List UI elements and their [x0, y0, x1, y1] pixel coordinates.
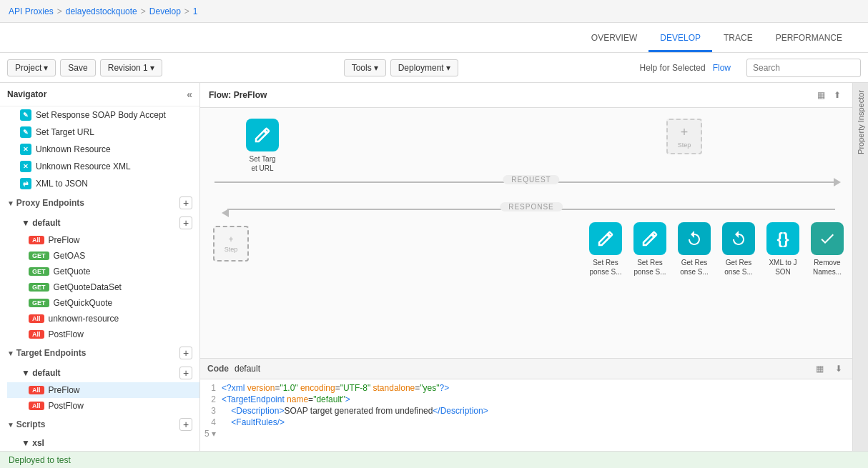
- chevron-down-icon: ▾: [374, 63, 378, 73]
- code-label: Code: [207, 364, 229, 374]
- chevron-down-icon: ▾: [150, 63, 154, 73]
- response-step-1[interactable]: Set Response S...: [633, 222, 666, 277]
- target-flow-postflow[interactable]: All PostFlow: [7, 398, 199, 414]
- revision-button[interactable]: Revision 1 ▾: [100, 59, 162, 76]
- status-bar: Deployed to test: [0, 451, 868, 468]
- line-number: 1: [200, 383, 222, 393]
- add-target-endpoint-btn[interactable]: +: [179, 347, 192, 359]
- chevron-down-icon: ▾: [446, 63, 450, 73]
- policy-icon: ✕: [20, 161, 31, 172]
- flow-unknown-resource[interactable]: All unknown-resource: [7, 311, 199, 327]
- policy-set-target-url[interactable]: ✎ Set Target URL: [0, 124, 199, 141]
- navigator-header: Navigator «: [0, 83, 199, 106]
- response-step-5[interactable]: RemoveNames...: [811, 222, 844, 277]
- line-content: <TargetEndpoint name="default">: [222, 394, 350, 404]
- deployment-button[interactable]: Deployment ▾: [390, 59, 458, 76]
- flow-getquotedataset[interactable]: GET GetQuoteDataSet: [7, 279, 199, 295]
- breadcrumb-proxy-name[interactable]: delayedstockquote: [66, 6, 137, 16]
- navigator: Navigator « ✎ Set Response SOAP Body Acc…: [0, 83, 200, 451]
- navigator-collapse-btn[interactable]: «: [187, 89, 192, 100]
- help-text: Help for Selected: [640, 63, 706, 73]
- policy-unknown-resource-xml[interactable]: ✕ Unknown Resource XML: [0, 158, 199, 175]
- badge-get: GET: [29, 267, 49, 276]
- nav-tabs: OVERVIEW DEVELOP TRACE PERFORMANCE: [0, 23, 868, 53]
- policy-unknown-resource[interactable]: ✕ Unknown Resource: [0, 141, 199, 158]
- tab-develop[interactable]: DEVELOP: [648, 26, 712, 52]
- response-step-0[interactable]: Set Response S...: [589, 222, 622, 277]
- add-default-flow-btn[interactable]: +: [179, 216, 192, 229]
- search-input[interactable]: [746, 59, 861, 77]
- set-target-url-node[interactable]: Set Target URL: [246, 119, 279, 173]
- flow-getoas[interactable]: GET GetOAS: [7, 248, 199, 264]
- project-button[interactable]: Project ▾: [7, 59, 56, 76]
- badge-all: All: [29, 330, 44, 339]
- expand-icon[interactable]: ⬆: [831, 89, 844, 101]
- proxy-default-header[interactable]: ▼ default +: [7, 214, 199, 232]
- policy-icon: ✎: [20, 109, 31, 121]
- add-target-flow-btn[interactable]: +: [179, 367, 192, 379]
- flow-body: Set Target URL + Step REQUEST: [200, 108, 852, 358]
- flow-getquickquote[interactable]: GET GetQuickQuote: [7, 295, 199, 311]
- tab-overview[interactable]: OVERVIEW: [580, 26, 648, 52]
- flow-link[interactable]: Flow: [713, 63, 731, 73]
- add-script-btn[interactable]: +: [179, 418, 192, 431]
- response-step-4[interactable]: {} XML to JSON: [766, 222, 799, 277]
- code-line-4: 4 <FaultRules/>: [200, 417, 852, 428]
- step-label: Get Resonse S...: [680, 258, 708, 277]
- step-node-icon: [246, 119, 279, 151]
- breadcrumb-develop[interactable]: Develop: [149, 6, 181, 16]
- navigator-title: Navigator: [7, 89, 46, 99]
- target-flow-preflow[interactable]: All PreFlow: [7, 382, 199, 398]
- step-label: Set Response S...: [589, 258, 621, 277]
- policy-icon: ✕: [20, 144, 31, 155]
- scripts-xsl-header[interactable]: ▼ xsl: [7, 435, 199, 451]
- chevron-down-icon: ▾: [44, 63, 48, 73]
- code-expand-icon[interactable]: ⬇: [832, 362, 845, 375]
- add-step-btn-top[interactable]: + Step: [666, 119, 702, 154]
- line-number: 3: [200, 406, 222, 416]
- breadcrumb-api-proxies[interactable]: API Proxies: [9, 6, 54, 16]
- add-step-btn-response[interactable]: + Step: [213, 226, 249, 262]
- target-endpoints-section[interactable]: ▼ Target Endpoints +: [0, 342, 199, 364]
- policy-set-response-soap[interactable]: ✎ Set Response SOAP Body Accept: [0, 106, 199, 124]
- step-label: Set Response S...: [633, 258, 666, 277]
- proxy-endpoints-section[interactable]: ▼ Proxy Endpoints +: [0, 192, 199, 214]
- step-label: XML to JSON: [769, 258, 797, 277]
- step-label: Step: [678, 141, 691, 149]
- tools-button[interactable]: Tools ▾: [344, 59, 386, 76]
- target-default-header[interactable]: ▼ default +: [7, 364, 199, 382]
- ghost-step-top: + Step: [659, 119, 709, 154]
- tab-performance[interactable]: PERFORMANCE: [764, 26, 854, 52]
- save-button[interactable]: Save: [60, 59, 95, 76]
- step-node-label: Set Target URL: [249, 154, 275, 173]
- code-line-5: 5 ▾: [200, 428, 852, 439]
- code-collapse-icon[interactable]: ▦: [813, 362, 827, 375]
- step-icon: [678, 222, 711, 255]
- add-proxy-endpoint-btn[interactable]: +: [179, 196, 192, 209]
- line-content: <Description>SOAP target generated from …: [222, 406, 488, 416]
- flow-getquote[interactable]: GET GetQuote: [7, 264, 199, 279]
- arrow-right-icon: [834, 178, 841, 186]
- line-content: <?xml version="1.0" encoding="UTF-8" sta…: [222, 383, 449, 393]
- code-header: Code default ▦ ⬇: [200, 359, 852, 379]
- tab-trace[interactable]: TRACE: [712, 26, 764, 52]
- property-inspector[interactable]: Property Inspector: [852, 83, 868, 451]
- proxy-default-subsection: ▼ default + All PreFlow GET GetOAS GET G…: [0, 214, 199, 342]
- response-step-3[interactable]: Get Resonse S...: [722, 222, 755, 277]
- flow-header-icons: ▦ ⬆: [814, 89, 844, 101]
- scripts-section[interactable]: ▼ Scripts +: [0, 414, 199, 435]
- plus-icon: +: [681, 125, 689, 140]
- step-icon: [811, 222, 844, 255]
- badge-get: GET: [29, 252, 49, 260]
- breadcrumb-revision[interactable]: 1: [193, 6, 198, 16]
- badge-get: GET: [29, 283, 49, 292]
- flow-preflow[interactable]: All PreFlow: [7, 232, 199, 248]
- code-line-2: 2 <TargetEndpoint name="default">: [200, 394, 852, 405]
- step-icon: [633, 222, 666, 255]
- policy-xml-to-json[interactable]: ⇄ XML to JSON: [0, 175, 199, 192]
- flow-postflow[interactable]: All PostFlow: [7, 327, 199, 342]
- main-area: Navigator « ✎ Set Response SOAP Body Acc…: [0, 83, 868, 451]
- grid-icon[interactable]: ▦: [814, 89, 828, 101]
- plus-icon: +: [228, 234, 233, 244]
- response-step-2[interactable]: Get Resonse S...: [678, 222, 711, 277]
